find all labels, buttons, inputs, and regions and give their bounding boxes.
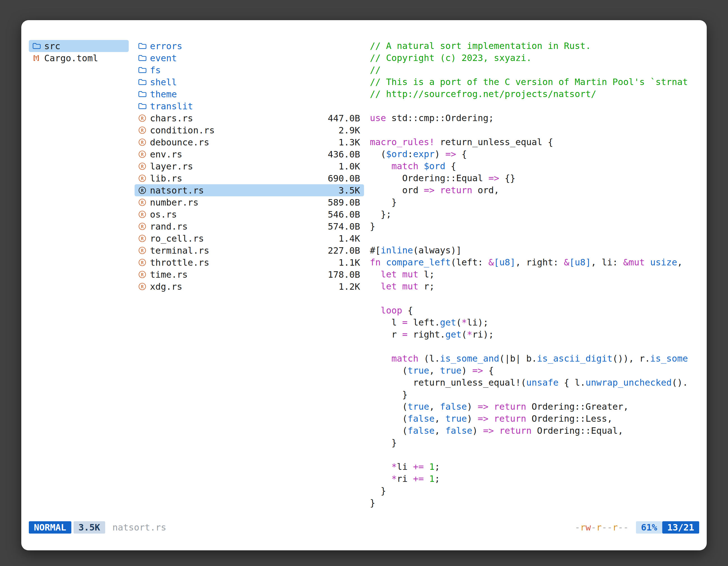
entry-name: os.rs	[150, 209, 177, 220]
code-line: let mut r;	[370, 281, 701, 292]
entry-size: 178.0B	[328, 269, 360, 280]
code-line: // This is a port of the C version of Ma…	[370, 76, 701, 88]
code-line: match (l.is_some_and(|b| b.is_ascii_digi…	[370, 353, 701, 365]
file-row-debounce.rs[interactable]: Rdebounce.rs1.3K	[135, 136, 364, 148]
svg-text:R: R	[141, 128, 144, 133]
rust-icon: R	[138, 283, 148, 290]
svg-text:R: R	[141, 236, 144, 241]
file-row-Cargo.toml[interactable]: Cargo.toml	[29, 52, 129, 64]
entry-name: number.rs	[150, 197, 198, 208]
file-row-ro_cell.rs[interactable]: Rro_cell.rs1.4K	[135, 233, 364, 245]
svg-text:R: R	[141, 116, 144, 121]
code-line: return_unless_equal!(unsafe { l.unwrap_u…	[370, 377, 701, 389]
parent-directory-pane[interactable]: srcCargo.toml	[29, 40, 129, 520]
rust-icon: R	[138, 222, 148, 231]
svg-text:R: R	[141, 248, 144, 254]
code-line: match $ord {	[370, 160, 701, 172]
dir-row-fs[interactable]: fs	[135, 64, 364, 76]
folder-icon	[138, 91, 148, 98]
file-row-layer.rs[interactable]: Rlayer.rs1.0K	[135, 160, 364, 172]
code-line: #[inline(always)]	[370, 245, 701, 257]
entry-name: ro_cell.rs	[150, 233, 204, 244]
entry-name: time.rs	[150, 269, 188, 280]
entry-name: throttle.rs	[150, 257, 209, 268]
code-line	[370, 100, 701, 112]
entry-name: env.rs	[150, 149, 182, 160]
scroll-percent-badge: 61%	[636, 521, 662, 534]
dir-row-event[interactable]: event	[135, 52, 364, 64]
dir-row-translit[interactable]: translit	[135, 100, 364, 112]
entry-name: src	[44, 41, 60, 51]
status-left: NORMAL 3.5K natsort.rs	[29, 521, 166, 534]
file-row-natsort.rs[interactable]: Rnatsort.rs3.5K	[135, 184, 364, 196]
file-row-number.rs[interactable]: Rnumber.rs589.0B	[135, 196, 364, 208]
dir-row-src[interactable]: src	[29, 40, 129, 52]
entry-size: 1.4K	[339, 233, 360, 244]
entry-size: 227.0B	[328, 245, 360, 256]
dir-row-errors[interactable]: errors	[135, 40, 364, 52]
entry-size: 3.5K	[339, 185, 360, 196]
code-line	[370, 292, 701, 304]
file-row-terminal.rs[interactable]: Rterminal.rs227.0B	[135, 245, 364, 257]
code-line: //	[370, 64, 701, 76]
entry-name: chars.rs	[150, 113, 193, 124]
code-line: use std::cmp::Ordering;	[370, 112, 701, 124]
current-directory-pane[interactable]: errorseventfsshellthemetranslitRchars.rs…	[135, 40, 364, 520]
folder-icon	[138, 103, 148, 110]
rust-icon: R	[138, 174, 148, 182]
entry-name: lib.rs	[150, 173, 182, 184]
entry-name: theme	[150, 89, 177, 100]
file-permissions: -rw-r--r--	[575, 522, 629, 533]
rust-icon: R	[138, 114, 148, 122]
entry-name: fs	[150, 65, 161, 76]
code-line: // http://sourcefrog.net/projects/natsor…	[370, 88, 701, 100]
code-line	[370, 233, 701, 245]
svg-text:R: R	[141, 272, 144, 278]
entry-size: 546.0B	[328, 209, 360, 220]
file-row-os.rs[interactable]: Ros.rs546.0B	[135, 208, 364, 220]
folder-icon	[32, 43, 43, 50]
file-row-condition.rs[interactable]: Rcondition.rs2.9K	[135, 124, 364, 136]
code-line: }	[370, 196, 701, 208]
entry-name: condition.rs	[150, 125, 215, 136]
file-row-env.rs[interactable]: Renv.rs436.0B	[135, 148, 364, 160]
file-preview-pane[interactable]: // A natural sort implementation in Rust…	[370, 40, 701, 520]
status-filename: natsort.rs	[112, 522, 166, 533]
entry-name: xdg.rs	[150, 281, 182, 292]
yazi-file-manager-window: srcCargo.toml errorseventfsshellthemetra…	[21, 20, 707, 550]
file-row-throttle.rs[interactable]: Rthrottle.rs1.1K	[135, 257, 364, 269]
file-row-time.rs[interactable]: Rtime.rs178.0B	[135, 269, 364, 281]
entry-name: Cargo.toml	[44, 53, 98, 64]
entry-name: event	[150, 53, 177, 64]
code-line: l = left.get(*li);	[370, 316, 701, 328]
mode-badge: NORMAL	[29, 521, 71, 534]
svg-text:R: R	[141, 140, 144, 145]
code-line: (true, true) => {	[370, 365, 701, 377]
file-row-lib.rs[interactable]: Rlib.rs690.0B	[135, 172, 364, 184]
code-line: (true, false) => return Ordering::Greate…	[370, 401, 701, 413]
folder-icon	[138, 43, 148, 50]
dir-row-theme[interactable]: theme	[135, 88, 364, 100]
rust-icon: R	[138, 186, 148, 194]
svg-text:R: R	[141, 164, 144, 169]
svg-text:R: R	[141, 260, 144, 266]
file-row-rand.rs[interactable]: Rrand.rs574.0B	[135, 220, 364, 233]
code-line: }	[370, 437, 701, 449]
code-line: };	[370, 208, 701, 220]
code-line: Ordering::Equal => {}	[370, 172, 701, 184]
toml-icon	[32, 54, 43, 62]
code-line: (false, false) => return Ordering::Equal…	[370, 425, 701, 437]
file-row-chars.rs[interactable]: Rchars.rs447.0B	[135, 112, 364, 124]
dir-row-shell[interactable]: shell	[135, 76, 364, 88]
file-row-xdg.rs[interactable]: Rxdg.rs1.2K	[135, 281, 364, 292]
code-line	[370, 449, 701, 461]
code-line: macro_rules! return_unless_equal {	[370, 136, 701, 148]
code-line	[370, 124, 701, 136]
code-line: *ri += 1;	[370, 473, 701, 485]
rust-icon: R	[138, 126, 148, 134]
svg-text:R: R	[141, 224, 144, 229]
code-line: ($ord:expr) => {	[370, 148, 701, 160]
svg-text:R: R	[141, 212, 144, 217]
rust-icon: R	[138, 234, 148, 243]
svg-text:R: R	[141, 176, 144, 181]
